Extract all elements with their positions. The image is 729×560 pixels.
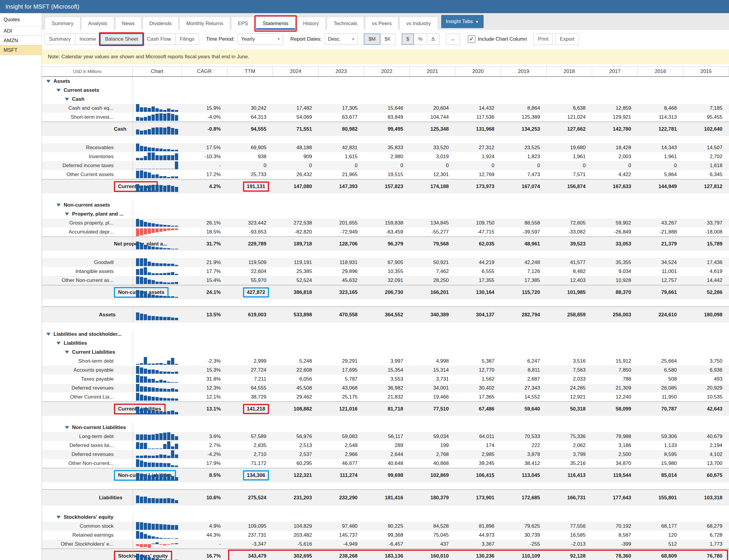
cell-value: 32,091 bbox=[388, 277, 403, 283]
format--button[interactable]: % bbox=[414, 33, 427, 45]
bar-positive bbox=[144, 462, 147, 467]
year-cell-2018: 39,523 bbox=[547, 241, 592, 247]
collapse-arrow-icon[interactable] bbox=[65, 351, 69, 354]
sidebar-item-msft[interactable]: MSFT bbox=[0, 45, 42, 55]
subtab-balance-sheet[interactable]: Balance Sheet bbox=[100, 33, 143, 45]
tab-dividends[interactable]: Dividends bbox=[143, 17, 179, 30]
time-period-select[interactable]: Yearly ▼ bbox=[238, 33, 283, 45]
mini-bar-chart bbox=[136, 550, 180, 560]
spacer-row bbox=[42, 482, 729, 489]
cell-value: 125,348 bbox=[430, 126, 449, 132]
bar-positive bbox=[136, 219, 139, 227]
cagr-value: 15.3% bbox=[206, 367, 221, 373]
tab-vs-peers[interactable]: vs Peers bbox=[365, 17, 398, 30]
tab-strip: SummaryAnalystsNewsDividendsMonthly Retu… bbox=[42, 13, 729, 30]
year-cell-2023: 46,677 bbox=[319, 460, 364, 466]
bar-positive bbox=[144, 523, 147, 530]
bar-positive bbox=[155, 127, 159, 135]
cell-value: 40,679 bbox=[707, 434, 722, 440]
cagr-cell: -4.2% bbox=[182, 451, 228, 457]
cell-value: 256,003 bbox=[613, 312, 631, 318]
export-button[interactable]: Export bbox=[555, 33, 579, 45]
subtab-cash-flow[interactable]: Cash Flow bbox=[143, 33, 176, 45]
collapse-arrow-icon[interactable] bbox=[65, 98, 69, 101]
bar-positive bbox=[144, 474, 147, 481]
cell-value: 64,555 bbox=[251, 385, 266, 391]
chart-cell bbox=[133, 276, 182, 285]
report-dates-select[interactable]: Desc. ▼ bbox=[325, 33, 358, 45]
sidebar-item-amzn[interactable]: AMZN bbox=[0, 36, 42, 45]
bar-positive bbox=[152, 295, 155, 298]
insight-tabs-button[interactable]: Insight Tabs▼ bbox=[441, 15, 483, 28]
cell-value: 81,718 bbox=[388, 406, 403, 412]
row-label-cell: Deferred taxes lia... bbox=[42, 441, 133, 450]
bar-positive bbox=[152, 148, 155, 151]
year-cell-2021: 19,466 bbox=[410, 394, 455, 400]
tab-news[interactable]: News bbox=[115, 17, 142, 30]
tab-technicals[interactable]: Technicals bbox=[327, 17, 364, 30]
cell-value: 0 bbox=[628, 163, 631, 169]
bar-positive bbox=[171, 476, 174, 481]
bar-positive bbox=[175, 372, 178, 374]
collapse-arrow-icon[interactable] bbox=[57, 89, 61, 92]
collapse-arrow-icon[interactable] bbox=[65, 213, 69, 216]
collapse-arrow-icon[interactable] bbox=[46, 80, 51, 83]
collapse-arrow-icon[interactable] bbox=[57, 204, 61, 207]
row-label: Cash bbox=[114, 126, 126, 132]
cell-value: 109,750 bbox=[476, 220, 494, 226]
cell-value: 104,829 bbox=[294, 523, 312, 529]
ttm-cell: 619,003 bbox=[228, 312, 273, 318]
subtab-summary[interactable]: Summary bbox=[45, 33, 75, 45]
collapse-arrow-icon[interactable] bbox=[57, 516, 61, 519]
cell-value: 113,045 bbox=[522, 472, 540, 478]
cell-value: 12,859 bbox=[616, 105, 631, 111]
title-bar: Insight for MSFT (Microsoft) bbox=[0, 0, 729, 13]
collapse-arrow-icon[interactable] bbox=[46, 333, 51, 336]
unit-k-button[interactable]: $K bbox=[380, 33, 395, 45]
ttm-cell: 64,555 bbox=[228, 385, 273, 391]
tab-summary[interactable]: Summary bbox=[45, 17, 80, 30]
tab-monthly-returns[interactable]: Monthly Returns bbox=[179, 17, 230, 30]
bar-positive bbox=[136, 495, 139, 503]
cell-value: 533,898 bbox=[294, 312, 312, 318]
print-button[interactable]: Print bbox=[533, 33, 553, 45]
year-cell-2016: 85,014 bbox=[638, 472, 684, 478]
cell-value: 21,965 bbox=[342, 172, 358, 178]
tab-eps[interactable]: EPS bbox=[231, 17, 255, 30]
cell-value: 17,365 bbox=[479, 394, 494, 400]
subtab-income[interactable]: Income bbox=[75, 33, 101, 45]
year-cell-2017: 18,428 bbox=[592, 145, 638, 151]
collapse-arrow-icon[interactable] bbox=[65, 426, 69, 429]
cell-value: 55,970 bbox=[251, 277, 266, 283]
cell-value: 4,619 bbox=[710, 268, 722, 274]
bar-positive bbox=[159, 127, 163, 135]
expand-width-button[interactable]: ↔ bbox=[446, 33, 460, 45]
bar-positive bbox=[175, 364, 178, 365]
chart-cell bbox=[133, 122, 182, 136]
row-label-cell: Deferred revenues bbox=[42, 384, 133, 393]
ttm-cell: 64,313 bbox=[228, 114, 273, 120]
tab-vs-industry[interactable]: vs Industry bbox=[399, 17, 437, 30]
tab-statements[interactable]: Statements bbox=[256, 17, 295, 30]
unit-m-button[interactable]: $M bbox=[364, 33, 380, 45]
cell-value: -93,653 bbox=[249, 229, 266, 235]
bar-positive bbox=[167, 432, 170, 440]
year-cell-2024: 17,482 bbox=[273, 105, 319, 111]
cell-value: 2,966 bbox=[345, 451, 358, 457]
cagr-value: 15.4% bbox=[206, 277, 221, 283]
bar-positive bbox=[171, 155, 174, 160]
cagr-value: 31.7% bbox=[206, 241, 221, 247]
tab-history[interactable]: History bbox=[296, 17, 326, 30]
cell-value: 88,558 bbox=[524, 220, 540, 226]
include-chart-checkbox[interactable]: ✔ bbox=[468, 35, 475, 43]
collapse-arrow-icon[interactable] bbox=[57, 342, 61, 345]
format--button[interactable]: Δ bbox=[427, 33, 439, 45]
sidebar-item-adi[interactable]: ADI bbox=[0, 26, 42, 36]
bar-positive bbox=[171, 169, 174, 169]
cell-value: 2,985 bbox=[482, 451, 495, 457]
subtab-filings[interactable]: Filings bbox=[175, 33, 199, 45]
year-cell-2017: 78,360 bbox=[592, 553, 638, 559]
year-cell-2017: 70,192 bbox=[592, 523, 638, 529]
tab-analysts[interactable]: Analysts bbox=[81, 17, 114, 30]
format--button[interactable]: $ bbox=[402, 33, 414, 45]
